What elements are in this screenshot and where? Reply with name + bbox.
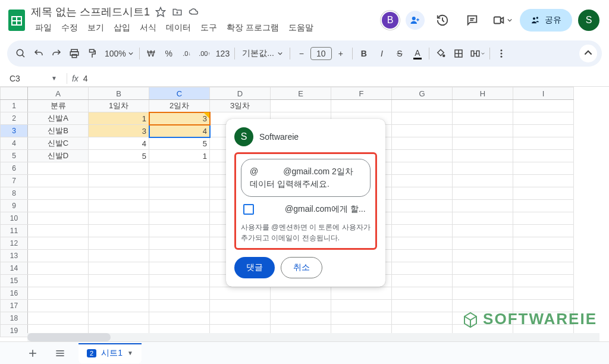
cell[interactable] [392,200,453,212]
meet-icon[interactable] [490,8,514,32]
cell[interactable] [453,112,513,125]
cell[interactable] [89,312,149,325]
star-icon[interactable] [155,6,167,18]
cell[interactable]: 3일차 [210,100,271,112]
cell[interactable] [453,162,513,175]
cell[interactable] [89,275,149,287]
add-sheet-button[interactable] [24,344,42,362]
search-icon[interactable] [12,45,30,62]
col-header[interactable]: D [210,87,271,100]
cell[interactable] [149,162,210,175]
cell[interactable] [392,162,453,175]
cell[interactable] [392,275,453,287]
cell[interactable]: 신발A [28,112,89,125]
sheets-logo[interactable] [5,8,29,32]
row-header[interactable]: 11 [1,225,28,237]
cell[interactable] [89,300,149,312]
cloud-status-icon[interactable] [188,6,200,18]
paint-format-icon[interactable] [83,45,101,62]
redo-icon[interactable] [48,45,65,62]
horizontal-scrollbar[interactable] [27,333,599,341]
cell[interactable] [392,150,453,162]
assign-checkbox[interactable] [243,204,254,215]
font-size-decrease[interactable]: − [293,45,310,62]
cell[interactable] [210,300,271,312]
cell[interactable]: 신발B [28,125,89,137]
menu-data[interactable]: 데이터 [162,20,195,36]
decrease-decimal-button[interactable]: .0↓ [178,45,196,62]
name-box-dropdown-icon[interactable]: ▼ [51,75,57,81]
cell[interactable] [513,175,574,187]
cell[interactable] [453,262,513,275]
cell[interactable] [453,225,513,237]
cell[interactable] [28,225,89,237]
cell[interactable] [453,250,513,262]
formula-input[interactable]: 4 [83,74,88,83]
cell[interactable] [210,312,271,325]
cell[interactable] [28,200,89,212]
row-header[interactable]: 9 [1,200,28,212]
menu-help[interactable]: 도움말 [284,20,318,36]
row-header[interactable]: 2 [1,112,28,125]
row-header[interactable]: 12 [1,237,28,250]
cell[interactable] [89,175,149,187]
cell[interactable] [89,187,149,200]
cell[interactable] [392,300,453,312]
all-sheets-button[interactable] [51,344,69,362]
zoom-dropdown[interactable]: 100% [101,49,137,58]
cell[interactable] [453,187,513,200]
cell[interactable] [28,212,89,225]
cell[interactable] [513,287,574,300]
currency-button[interactable]: ₩ [142,45,160,62]
row-header[interactable]: 17 [1,300,28,312]
row-header[interactable]: 7 [1,175,28,187]
font-dropdown[interactable]: 기본값... [237,48,287,59]
join-call-icon[interactable] [406,11,425,30]
cell[interactable] [89,250,149,262]
cell[interactable] [331,300,392,312]
cell[interactable] [513,125,574,137]
cell[interactable] [513,237,574,250]
row-header[interactable]: 3 [1,125,28,137]
cell[interactable] [28,237,89,250]
comment-submit-button[interactable]: 댓글 [234,257,275,278]
cell[interactable] [392,237,453,250]
cell[interactable] [28,312,89,325]
move-folder-icon[interactable] [171,6,183,18]
row-header[interactable]: 15 [1,275,28,287]
cell[interactable] [149,312,210,325]
cell[interactable] [513,250,574,262]
cell[interactable] [392,262,453,275]
cell[interactable] [392,100,453,112]
cell[interactable] [513,150,574,162]
number-format-button[interactable]: 123 [214,45,232,62]
cell[interactable] [149,187,210,200]
cell[interactable] [453,175,513,187]
menu-extensions[interactable]: 확장 프로그램 [222,20,283,36]
cell[interactable] [453,137,513,150]
cell[interactable] [453,237,513,250]
cell[interactable] [453,125,513,137]
row-header[interactable]: 14 [1,262,28,275]
cell[interactable] [149,237,210,250]
cell[interactable] [28,250,89,262]
menu-view[interactable]: 보기 [83,20,108,36]
cell[interactable] [149,262,210,275]
italic-button[interactable]: I [373,45,391,62]
cell[interactable]: 신발D [28,150,89,162]
cell[interactable] [28,175,89,187]
cell[interactable] [513,275,574,287]
scrollbar-thumb[interactable] [27,333,111,341]
col-header[interactable]: B [89,87,149,100]
cell[interactable] [210,287,271,300]
print-icon[interactable] [65,45,83,62]
row-header[interactable]: 1 [1,100,28,112]
font-size-increase[interactable]: + [332,45,350,62]
cell[interactable] [28,187,89,200]
strikethrough-button[interactable]: S [391,45,409,62]
col-header[interactable]: C [149,87,210,100]
font-size-input[interactable]: 10 [310,47,332,60]
col-header[interactable]: E [271,87,331,100]
menu-insert[interactable]: 삽입 [109,20,134,36]
row-header[interactable]: 18 [1,312,28,325]
